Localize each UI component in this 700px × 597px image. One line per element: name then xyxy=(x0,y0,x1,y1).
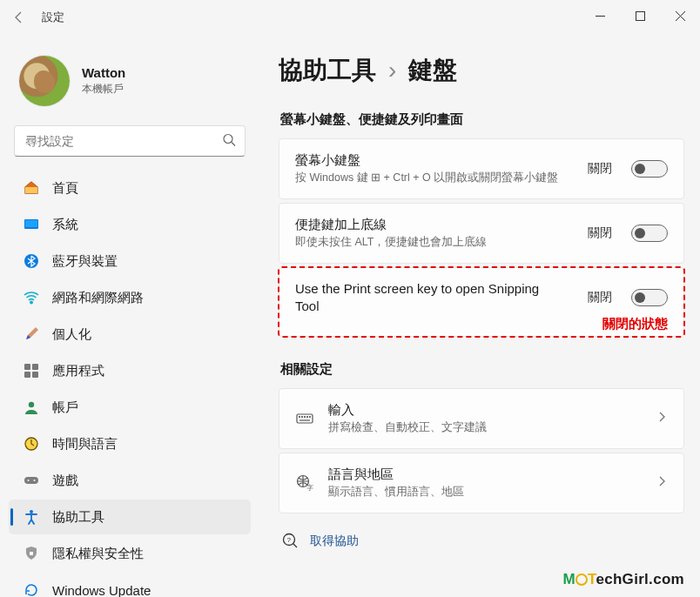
windows-update-icon xyxy=(23,582,40,597)
sidebar-item-label: 隱私權與安全性 xyxy=(52,546,144,562)
svg-rect-21 xyxy=(30,552,33,555)
language-region-icon: 字 xyxy=(295,474,314,492)
sidebar-item-apps[interactable]: 應用程式 xyxy=(9,353,251,388)
svg-point-19 xyxy=(34,480,36,481)
svg-point-18 xyxy=(28,480,30,481)
accessibility-icon xyxy=(23,509,40,525)
sidebar-item-accessibility[interactable]: 協助工具 xyxy=(9,500,251,534)
search-input[interactable] xyxy=(15,126,245,156)
breadcrumb-current: 鍵盤 xyxy=(408,54,457,87)
sidebar-item-accounts[interactable]: 帳戶 xyxy=(9,390,251,425)
section-title-keyboard: 螢幕小鍵盤、便捷鍵及列印畫面 xyxy=(280,111,684,128)
svg-rect-8 xyxy=(25,220,37,227)
gamepad-icon xyxy=(23,473,40,488)
svg-point-15 xyxy=(29,402,34,407)
toggle-state: 關閉 xyxy=(588,290,612,305)
setting-osk[interactable]: 螢幕小鍵盤 按 Windows 鍵 ⊞ + Ctrl + O 以開啟或關閉螢幕小… xyxy=(279,138,684,199)
sidebar: Watton 本機帳戶 首頁 系統 藍牙與裝置 xyxy=(0,35,256,597)
chevron-right-icon: › xyxy=(388,57,396,84)
toggle-osk[interactable] xyxy=(631,160,668,178)
annotation-label: 關閉的狀態 xyxy=(602,316,668,332)
sidebar-item-label: 藍牙與裝置 xyxy=(52,253,118,270)
related-subtitle: 拼寫檢查、自動校正、文字建議 xyxy=(328,420,642,436)
svg-point-27 xyxy=(307,416,308,417)
sidebar-item-label: 應用程式 xyxy=(52,363,104,379)
chevron-right-icon xyxy=(656,411,668,426)
nav: 首頁 系統 藍牙與裝置 網路和網際網路 個人化 應用程式 xyxy=(9,171,251,597)
sidebar-item-windows-update[interactable]: Windows Update xyxy=(9,573,251,597)
svg-line-5 xyxy=(232,143,235,146)
home-icon xyxy=(23,180,40,196)
svg-rect-6 xyxy=(25,187,37,193)
sidebar-item-label: 遊戲 xyxy=(52,473,78,489)
svg-point-28 xyxy=(310,416,311,417)
toggle-printscreen[interactable] xyxy=(631,289,668,306)
window-controls xyxy=(580,0,700,31)
sidebar-item-personalization[interactable]: 個人化 xyxy=(9,317,251,352)
app-title: 設定 xyxy=(42,10,64,25)
sidebar-item-network[interactable]: 網路和網際網路 xyxy=(9,280,251,315)
sidebar-item-label: 首頁 xyxy=(52,180,78,197)
setting-title: Use the Print screen key to open Snippin… xyxy=(295,280,556,316)
sidebar-item-privacy[interactable]: 隱私權與安全性 xyxy=(9,536,251,571)
help-label: 取得協助 xyxy=(310,533,359,549)
sidebar-item-label: 個人化 xyxy=(52,326,91,343)
paintbrush-icon xyxy=(23,326,40,342)
toggle-state: 關閉 xyxy=(588,161,612,177)
content: 協助工具 › 鍵盤 螢幕小鍵盤、便捷鍵及列印畫面 螢幕小鍵盤 按 Windows… xyxy=(256,35,700,597)
profile-name: Watton xyxy=(82,65,125,80)
setting-printscreen-snipping[interactable]: Use the Print screen key to open Snippin… xyxy=(279,267,684,338)
toggle-sticky[interactable] xyxy=(631,225,668,242)
sidebar-item-bluetooth[interactable]: 藍牙與裝置 xyxy=(9,244,251,278)
bluetooth-icon xyxy=(23,253,40,269)
related-language-region[interactable]: 字 語言與地區 顯示語言、慣用語言、地區 xyxy=(279,453,684,513)
svg-rect-11 xyxy=(24,364,30,370)
chevron-right-icon xyxy=(656,475,668,490)
account-icon xyxy=(23,399,40,415)
toggle-state: 關閉 xyxy=(588,225,612,241)
profile-block[interactable]: Watton 本機帳戶 xyxy=(9,44,251,124)
minimize-button[interactable] xyxy=(580,0,620,31)
wifi-icon xyxy=(23,290,40,305)
svg-rect-1 xyxy=(636,11,644,20)
breadcrumb-parent[interactable]: 協助工具 xyxy=(279,54,376,87)
sidebar-item-label: Windows Update xyxy=(52,583,151,598)
search-box[interactable] xyxy=(14,125,246,157)
svg-rect-14 xyxy=(32,372,38,378)
keyboard-icon xyxy=(295,410,314,427)
svg-rect-12 xyxy=(32,364,38,370)
setting-subtitle: 即使未按住 ALT，便捷鍵也會加上底線 xyxy=(295,235,574,251)
sidebar-item-label: 帳戶 xyxy=(52,399,78,416)
back-button[interactable] xyxy=(7,5,31,30)
svg-rect-22 xyxy=(297,414,313,423)
apps-icon xyxy=(23,363,40,379)
avatar xyxy=(19,56,70,106)
sidebar-item-system[interactable]: 系統 xyxy=(9,207,251,242)
setting-title: 螢幕小鍵盤 xyxy=(295,151,574,169)
sidebar-item-home[interactable]: 首頁 xyxy=(9,171,251,205)
related-title: 語言與地區 xyxy=(328,466,642,483)
related-input[interactable]: 輸入 拼寫檢查、自動校正、文字建議 xyxy=(279,388,684,449)
close-button[interactable] xyxy=(660,0,700,31)
sidebar-item-label: 網路和網際網路 xyxy=(52,290,144,306)
clock-globe-icon xyxy=(23,436,40,452)
maximize-button[interactable] xyxy=(620,0,660,31)
shield-lock-icon xyxy=(23,546,40,561)
sidebar-item-time-language[interactable]: 時間與語言 xyxy=(9,426,251,461)
sidebar-item-label: 時間與語言 xyxy=(52,436,118,453)
sidebar-item-gaming[interactable]: 遊戲 xyxy=(9,463,251,498)
svg-text:?: ? xyxy=(287,536,292,544)
profile-subtitle: 本機帳戶 xyxy=(82,82,125,97)
get-help-link[interactable]: ? 取得協助 xyxy=(279,517,684,551)
svg-rect-13 xyxy=(24,372,30,378)
svg-point-10 xyxy=(30,301,32,303)
breadcrumb: 協助工具 › 鍵盤 xyxy=(279,54,684,87)
related-subtitle: 顯示語言、慣用語言、地區 xyxy=(328,485,642,500)
setting-subtitle: 按 Windows 鍵 ⊞ + Ctrl + O 以開啟或關閉螢幕小鍵盤 xyxy=(295,171,574,186)
svg-point-33 xyxy=(576,574,587,585)
sidebar-item-label: 系統 xyxy=(52,217,78,233)
setting-sticky-underline[interactable]: 便捷鍵加上底線 即使未按住 ALT，便捷鍵也會加上底線 關閉 xyxy=(279,203,684,264)
related-title: 輸入 xyxy=(328,401,642,419)
svg-point-4 xyxy=(224,135,232,144)
sidebar-item-label: 協助工具 xyxy=(52,509,104,526)
